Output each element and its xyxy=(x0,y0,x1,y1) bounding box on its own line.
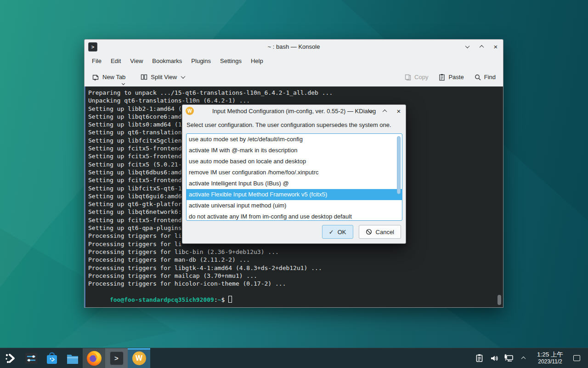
terminal-line: Unpacking qt6-translations-l10n (6.4.2-1… xyxy=(88,97,503,104)
digital-clock[interactable]: 1:25 上午 2023/11/2 xyxy=(532,351,568,366)
terminal-line: Preparing to unpack .../15-qt6-translati… xyxy=(88,89,503,97)
system-tray: 1:25 上午 2023/11/2 xyxy=(474,348,588,368)
new-tab-icon xyxy=(92,73,100,81)
taskbar-task-konsole[interactable]: > xyxy=(105,348,128,368)
im-list-item[interactable]: activate IM with @-mark in its descripti… xyxy=(187,145,402,156)
application-launcher-icon xyxy=(4,351,17,365)
split-view-button[interactable]: Split View xyxy=(137,70,187,84)
konsole-menubar: File Edit View Bookmarks Plugins Setting… xyxy=(85,54,503,68)
paste-button[interactable]: Paste xyxy=(435,71,466,84)
terminal-line: Processing triggers for hicolor-icon-the… xyxy=(88,280,503,288)
dialog-minimize-button[interactable] xyxy=(367,107,374,115)
split-view-label: Split View xyxy=(151,74,177,80)
new-tab-label: New Tab xyxy=(102,74,125,80)
im-list-item[interactable]: use auto mode based on locale and deskto… xyxy=(187,156,402,167)
cancel-button[interactable]: Cancel xyxy=(359,225,401,239)
file-manager-button[interactable] xyxy=(62,348,83,368)
system-settings-button[interactable] xyxy=(21,348,41,368)
ok-label: OK xyxy=(338,229,346,236)
menu-item[interactable]: File xyxy=(87,55,106,67)
terminal-line: Processing triggers for libgtk-4-1:amd64… xyxy=(88,264,503,272)
chevron-up-icon xyxy=(521,356,526,361)
cancel-label: Cancel xyxy=(376,229,394,236)
menu-item[interactable]: Plugins xyxy=(187,55,215,67)
taskbar-task-firefox[interactable] xyxy=(83,348,105,368)
terminal-scrollbar[interactable] xyxy=(498,295,501,305)
dialog-titlebar[interactable]: Input Method Configuration (im-config, v… xyxy=(182,105,406,117)
maximize-icon xyxy=(382,109,387,114)
list-scrollbar-thumb[interactable] xyxy=(397,136,401,194)
firefox-icon xyxy=(87,351,102,366)
menu-item[interactable]: Edit xyxy=(106,55,125,67)
find-icon xyxy=(474,74,481,81)
konsole-titlebar[interactable]: ~ : bash — Konsole > × xyxy=(85,40,503,54)
menu-item[interactable]: View xyxy=(125,55,147,67)
clipboard-tray-icon[interactable] xyxy=(474,352,486,364)
im-config-icon: W xyxy=(186,107,194,115)
im-list-item[interactable]: use auto mode set by /etc/default/im-con… xyxy=(187,134,402,145)
close-icon: × xyxy=(494,43,498,50)
network-tray-icon[interactable] xyxy=(503,352,515,364)
im-list-item[interactable]: remove IM user configuration /home/foo/.… xyxy=(187,167,402,178)
im-list-item[interactable]: activate Intelligent Input Bus (IBus) @ xyxy=(187,178,402,189)
find-button[interactable]: Find xyxy=(471,71,498,84)
close-icon: × xyxy=(397,108,401,115)
im-list-item[interactable]: activate universal input method (uim) xyxy=(187,200,402,211)
find-label: Find xyxy=(484,74,496,80)
konsole-icon: > xyxy=(110,351,124,365)
minimize-button[interactable] xyxy=(464,43,471,51)
konsole-toolbar: New Tab Split View Copy xyxy=(85,68,503,86)
show-desktop-icon xyxy=(573,355,580,361)
minimize-icon xyxy=(465,44,469,48)
check-icon: ✓ xyxy=(329,229,334,236)
dialog-close-button[interactable]: × xyxy=(395,107,402,115)
ok-button[interactable]: ✓ OK xyxy=(322,225,353,239)
paste-label: Paste xyxy=(448,74,464,80)
clock-date: 2023/11/2 xyxy=(537,358,563,365)
im-method-list[interactable]: use auto mode set by /etc/default/im-con… xyxy=(186,133,402,221)
im-list-rows: use auto mode set by /etc/default/im-con… xyxy=(187,134,402,221)
tray-expander-button[interactable] xyxy=(518,352,530,364)
terminal-prompt-line: foo@foo-standardpcq35ich92009:~$ xyxy=(88,288,503,307)
show-desktop-button[interactable] xyxy=(571,351,582,366)
prompt-symbol: $ xyxy=(221,296,225,303)
im-config-dialog: Input Method Configuration (im-config, v… xyxy=(182,104,406,244)
taskbar-task-im-config[interactable]: W xyxy=(128,348,150,368)
discover-icon xyxy=(45,351,59,365)
split-view-icon xyxy=(140,73,148,81)
clock-time: 1:25 上午 xyxy=(537,351,563,359)
terminal-line: Processing triggers for mailcap (3.70+nm… xyxy=(88,272,503,280)
menu-item[interactable]: Settings xyxy=(215,55,246,67)
discover-button[interactable] xyxy=(41,348,62,368)
application-launcher-button[interactable] xyxy=(0,348,21,368)
terminal-line: Processing triggers for man-db (2.11.2-2… xyxy=(88,256,503,264)
system-settings-icon xyxy=(24,351,38,365)
new-tab-button[interactable]: New Tab xyxy=(89,70,128,84)
menu-item[interactable]: Bookmarks xyxy=(147,55,187,67)
copy-label: Copy xyxy=(414,74,428,80)
prompt-user-host: foo@foo-standardpcq35ich92009 xyxy=(110,296,214,303)
folder-icon xyxy=(66,351,79,365)
konsole-window-title: ~ : bash — Konsole xyxy=(85,43,503,50)
dialog-instruction-label: Select user configuration. The user conf… xyxy=(182,117,406,132)
im-list-item[interactable]: do not activate any IM from im-config an… xyxy=(187,211,402,221)
maximize-button[interactable] xyxy=(478,43,485,51)
new-tab-dropdown-icon xyxy=(122,82,125,85)
terminal-line: Processing triggers for libc-bin (2.36-9… xyxy=(88,248,503,256)
close-button[interactable]: × xyxy=(492,43,499,51)
im-list-item[interactable]: activate Flexible Input Method Framework… xyxy=(187,189,402,200)
konsole-window-icon: > xyxy=(88,42,97,52)
split-view-dropdown-icon xyxy=(181,74,186,79)
taskbar-panel: > W xyxy=(0,348,588,368)
prompt-separator: : xyxy=(214,296,218,303)
copy-button[interactable]: Copy xyxy=(401,71,431,84)
cancel-icon xyxy=(366,229,372,235)
volume-tray-icon[interactable] xyxy=(488,352,500,364)
maximize-icon xyxy=(479,45,484,50)
copy-icon xyxy=(404,74,412,81)
terminal-cursor xyxy=(228,296,232,303)
im-config-task-icon: W xyxy=(132,351,146,365)
dialog-maximize-button[interactable] xyxy=(381,107,388,115)
menu-item[interactable]: Help xyxy=(246,55,268,67)
paste-icon xyxy=(438,74,446,81)
